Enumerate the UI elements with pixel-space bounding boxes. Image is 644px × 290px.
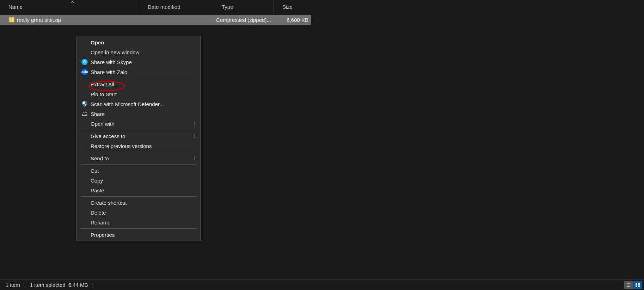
chevron-right-icon: › <box>194 131 195 140</box>
chevron-right-icon: › <box>194 119 195 128</box>
blank-icon <box>81 49 88 56</box>
menu-scan-defender-label: Scan with Microsoft Defender... <box>91 101 196 107</box>
blank-icon <box>81 81 88 88</box>
menu-share-skype[interactable]: S Share with Skype <box>77 57 200 67</box>
sort-indicator-icon <box>70 1 75 4</box>
menu-extract-all-label: Extract All... <box>91 81 196 87</box>
file-list-area: really great site.zip Compressed (zipped… <box>0 15 644 280</box>
defender-shield-icon <box>81 100 88 107</box>
menu-share-skype-label: Share with Skype <box>91 59 196 65</box>
menu-create-shortcut[interactable]: Create shortcut <box>77 198 200 208</box>
menu-open-new-window[interactable]: Open in new window <box>77 47 200 57</box>
file-name: really great site.zip <box>17 17 61 23</box>
menu-separator <box>81 228 196 229</box>
blank-icon <box>81 132 88 140</box>
status-item-count: 1 item <box>6 282 20 288</box>
svg-rect-1 <box>11 17 12 18</box>
svg-rect-2 <box>11 19 12 19</box>
chevron-right-icon: › <box>194 154 195 162</box>
status-size: 6.44 MB <box>68 282 88 288</box>
menu-rename[interactable]: Rename <box>77 217 200 227</box>
blank-icon <box>81 177 88 184</box>
svg-rect-8 <box>638 283 640 285</box>
svg-rect-3 <box>11 20 12 20</box>
file-type: Compressed (zipped)... <box>213 17 274 23</box>
menu-open[interactable]: Open <box>77 37 200 47</box>
menu-share-zalo[interactable]: Zalo Share with Zalo <box>77 67 200 77</box>
blank-icon <box>81 167 88 174</box>
menu-open-label: Open <box>91 39 196 45</box>
menu-open-new-window-label: Open in new window <box>91 49 196 55</box>
svg-rect-9 <box>636 285 637 287</box>
menu-scan-defender[interactable]: Scan with Microsoft Defender... <box>77 99 200 109</box>
menu-restore-versions[interactable]: Restore previous versions <box>77 141 200 151</box>
menu-delete[interactable]: Delete <box>77 208 200 217</box>
blank-icon <box>81 209 88 216</box>
menu-share-zalo-label: Share with Zalo <box>91 69 196 75</box>
menu-share[interactable]: Share <box>77 109 200 119</box>
menu-separator <box>81 78 196 78</box>
file-row[interactable]: really great site.zip Compressed (zipped… <box>0 15 311 25</box>
menu-paste[interactable]: Paste <box>77 185 200 195</box>
status-selection: 1 item selected <box>30 282 66 288</box>
menu-properties-label: Properties <box>91 232 196 238</box>
menu-copy[interactable]: Copy <box>77 175 200 185</box>
menu-send-to-label: Send to <box>91 155 194 161</box>
column-header-name[interactable]: Name <box>0 0 139 14</box>
view-thumbnails-button[interactable] <box>633 281 642 289</box>
blank-icon <box>81 39 88 46</box>
view-details-button[interactable] <box>624 281 633 289</box>
menu-separator <box>81 130 196 130</box>
column-header-type[interactable]: Type <box>213 0 274 14</box>
menu-separator <box>81 164 196 165</box>
menu-properties[interactable]: Properties <box>77 230 200 240</box>
menu-cut-label: Cut <box>91 168 196 174</box>
blank-icon <box>81 142 88 149</box>
svg-rect-10 <box>638 285 640 287</box>
status-separator: | <box>24 282 26 288</box>
menu-restore-versions-label: Restore previous versions <box>91 143 196 149</box>
menu-copy-label: Copy <box>91 178 196 184</box>
column-header-size[interactable]: Size <box>274 0 313 14</box>
menu-paste-label: Paste <box>91 187 196 193</box>
column-header-row: Name Date modified Type Size <box>0 0 644 14</box>
menu-pin-start-label: Pin to Start <box>91 91 196 97</box>
menu-separator <box>81 196 196 197</box>
blank-icon <box>81 91 88 98</box>
share-icon <box>81 110 88 117</box>
menu-give-access[interactable]: Give access to › <box>77 131 200 141</box>
blank-icon <box>81 219 88 226</box>
menu-open-with-label: Open with <box>91 121 194 127</box>
menu-separator <box>81 152 196 152</box>
menu-extract-all[interactable]: Extract All... <box>77 79 200 89</box>
menu-create-shortcut-label: Create shortcut <box>91 200 196 206</box>
blank-icon <box>81 187 88 194</box>
status-bar: 1 item | 1 item selected 6.44 MB | <box>0 279 644 290</box>
blank-icon <box>81 155 88 162</box>
file-size: 6,600 KB <box>274 17 311 23</box>
menu-send-to[interactable]: Send to › <box>77 153 200 163</box>
view-mode-toggles <box>624 281 642 289</box>
zip-file-icon <box>8 17 15 23</box>
menu-rename-label: Rename <box>91 220 196 226</box>
menu-give-access-label: Give access to <box>91 133 194 139</box>
blank-icon <box>81 120 88 127</box>
column-header-date[interactable]: Date modified <box>139 0 213 14</box>
menu-share-label: Share <box>91 111 196 117</box>
menu-open-with[interactable]: Open with › <box>77 119 200 129</box>
context-menu: Open Open in new window S Share with Sky… <box>76 36 201 241</box>
menu-delete-label: Delete <box>91 210 196 216</box>
zalo-icon: Zalo <box>81 68 88 75</box>
status-separator: | <box>92 282 94 288</box>
blank-icon <box>81 231 88 238</box>
blank-icon <box>81 199 88 206</box>
skype-icon: S <box>81 58 88 66</box>
menu-pin-start[interactable]: Pin to Start <box>77 89 200 99</box>
menu-cut[interactable]: Cut <box>77 166 200 175</box>
svg-rect-7 <box>636 283 637 285</box>
